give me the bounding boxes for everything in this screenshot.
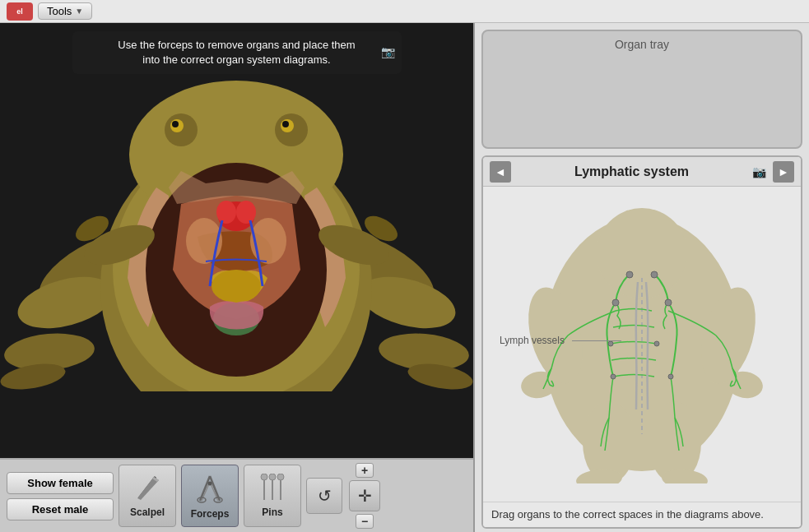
system-diagram[interactable]: Lymph vessels [483,187,801,502]
main-layout: Use the forceps to remove organs and pla… [0,23,809,532]
svg-point-43 [277,474,284,480]
camera-icon[interactable]: 📷 [381,44,395,61]
lymph-vessels-line [572,340,621,341]
bottom-toolbar: Show female Reset male Scalpel [0,458,473,532]
scalpel-label: Scalpel [130,507,165,518]
svg-point-39 [261,474,267,480]
svg-point-60 [668,374,673,379]
top-bar: el Tools ▼ [0,0,809,23]
tooltip-text: Use the forceps to remove organs and pla… [118,39,355,66]
forceps-icon [193,472,226,505]
forceps-tool[interactable]: Forceps [181,465,239,527]
frog-3d-view [0,23,473,458]
svg-point-56 [665,299,672,306]
organ-tray[interactable]: Organ tray [481,30,802,149]
forceps-label: Forceps [191,508,230,520]
show-female-button[interactable]: Show female [7,472,114,494]
lymphatic-diagram: Lymph vessels [483,187,801,502]
left-panel: Use the forceps to remove organs and pla… [0,23,473,532]
svg-point-24 [212,270,261,303]
zoom-in-button[interactable]: + [356,463,374,478]
zoom-out-button[interactable]: − [356,514,374,529]
tools-label: Tools [47,5,72,17]
svg-point-57 [608,341,613,346]
pins-tool[interactable]: Pins [244,465,301,527]
next-system-button[interactable]: ► [773,161,794,183]
svg-point-35 [208,482,212,486]
svg-point-58 [654,341,659,346]
instructions-content: Drag organs to the correct spaces in the… [491,508,764,520]
pins-icon [256,474,289,503]
tools-button[interactable]: Tools ▼ [38,2,92,20]
camera-icon-system[interactable]: 📷 [752,165,766,178]
instructions-text: Drag organs to the correct spaces in the… [483,502,801,527]
chevron-down-icon: ▼ [75,7,83,16]
svg-point-17 [282,121,289,127]
svg-point-61 [626,271,633,278]
scalpel-icon [133,474,162,503]
undo-button[interactable]: ↺ [306,478,342,514]
svg-point-55 [612,299,619,306]
pan-control[interactable]: ✛ [349,480,380,511]
system-diagram-area: ◄ Lymphatic system 📷 ► [481,155,802,529]
zoom-controls: + ✛ − [349,463,380,529]
gender-buttons: Show female Reset male [7,472,114,520]
lymph-vessels-label: Lymph vessels [500,335,565,346]
instruction-tooltip: Use the forceps to remove organs and pla… [72,31,402,74]
organ-tray-label: Organ tray [615,38,669,51]
svg-point-45 [597,208,687,298]
undo-icon: ↺ [318,486,332,506]
frog-viewport[interactable] [0,23,473,458]
logo-icon: el [7,2,33,21]
pins-label: Pins [262,507,282,518]
scalpel-tool[interactable]: Scalpel [119,465,176,527]
svg-point-41 [269,474,276,480]
svg-point-16 [172,121,179,127]
prev-system-button[interactable]: ◄ [490,161,511,183]
svg-point-62 [651,271,658,278]
reset-male-button[interactable]: Reset male [7,498,114,520]
svg-point-20 [216,201,236,224]
system-title: Lymphatic system [514,164,749,179]
svg-point-59 [611,374,616,379]
svg-point-21 [236,201,256,224]
right-panel: Organ tray ◄ Lymphatic system 📷 ► [473,23,809,532]
system-header: ◄ Lymphatic system 📷 ► [483,157,801,187]
